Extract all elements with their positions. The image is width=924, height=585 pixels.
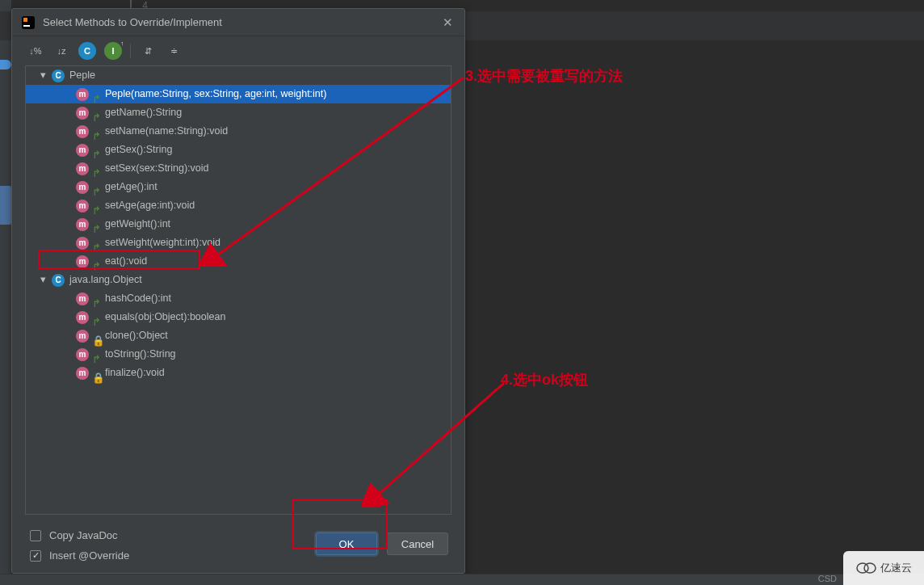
tree-method-row[interactable]: m↱setSex(sex:String):void — [26, 159, 451, 178]
filter-class-button[interactable]: C — [78, 42, 96, 60]
override-icon: ↱ — [92, 239, 100, 247]
status-bar — [0, 574, 924, 585]
tree-method-row[interactable]: m↱getSex():String — [26, 141, 451, 159]
tree-method-row[interactable]: m↱setName(name:String):void — [26, 122, 451, 141]
svg-rect-2 — [23, 25, 30, 27]
tree-method-row[interactable]: m↱equals(obj:Object):boolean — [26, 308, 451, 326]
collapse-all-button[interactable]: ≑ — [165, 42, 183, 60]
override-icon: ↱ — [92, 183, 100, 191]
ok-button[interactable]: OK — [316, 532, 377, 555]
intellij-icon — [22, 16, 35, 29]
annotation-4: 4.选中ok按钮 — [501, 370, 588, 389]
tree-class-row[interactable]: ▾Cjava.lang.Object — [26, 271, 451, 289]
override-icon: ↱ — [92, 221, 100, 229]
watermark: 亿速云 — [843, 551, 924, 585]
dialog-titlebar: Select Methods to Override/Implement ✕ — [12, 9, 464, 36]
tree-method-row[interactable]: m↱setAge(age:int):void — [26, 196, 451, 215]
sort-visibility-button[interactable]: ↓z — [52, 42, 70, 60]
lock-icon: 🔒 — [92, 369, 100, 377]
override-icon: ↱ — [92, 165, 100, 173]
close-icon[interactable]: ✕ — [440, 15, 455, 30]
status-right-text: CSD — [818, 574, 837, 583]
override-icon: ↱ — [92, 258, 100, 266]
side-tab[interactable] — [0, 186, 11, 225]
dialog-title: Select Methods to Override/Implement — [43, 16, 440, 28]
gutter-marker — [0, 60, 11, 69]
tree-method-row[interactable]: m↱eat():void — [26, 252, 451, 271]
filter-interface-button[interactable]: I — [104, 42, 122, 60]
tree-method-row[interactable]: m↱getWeight():int — [26, 215, 451, 234]
tree-method-row[interactable]: m↱getName():String — [26, 103, 451, 122]
tree-method-row[interactable]: m🔒finalize():void — [26, 364, 451, 382]
insert-override-label: Insert @Override — [49, 549, 129, 562]
override-icon: ↱ — [92, 202, 100, 210]
annotation-3: 3.选中需要被重写的方法 — [465, 66, 623, 86]
tree-method-row[interactable]: m↱Peple(name:String, sex:String, age:int… — [26, 85, 451, 103]
override-icon: ↱ — [92, 295, 100, 303]
override-icon: ↱ — [92, 128, 100, 136]
sort-alpha-button[interactable]: ↓% — [27, 42, 44, 60]
override-icon: ↱ — [92, 109, 100, 117]
dialog-toolbar: ↓% ↓z C I ⇵ ≑ — [12, 36, 464, 65]
copy-javadoc-label: Copy JavaDoc — [49, 529, 118, 541]
methods-tree[interactable]: ▾CPeplem↱Peple(name:String, sex:String, … — [25, 65, 452, 515]
override-icon: ↱ — [92, 314, 100, 322]
tree-method-row[interactable]: m↱getAge():int — [26, 178, 451, 196]
tree-method-row[interactable]: m↱hashCode():int — [26, 289, 451, 308]
svg-rect-1 — [23, 18, 27, 22]
lock-icon: 🔒 — [92, 332, 100, 340]
tree-class-row[interactable]: ▾CPeple — [26, 66, 451, 85]
expand-all-button[interactable]: ⇵ — [139, 42, 157, 60]
override-icon: ↱ — [92, 90, 100, 99]
override-methods-dialog: Select Methods to Override/Implement ✕ ↓… — [11, 8, 465, 574]
svg-point-6 — [864, 563, 876, 573]
override-icon: ↱ — [92, 351, 100, 359]
tree-method-row[interactable]: m↱setWeight(weight:int):void — [26, 234, 451, 252]
tree-method-row[interactable]: m🔒clone():Object — [26, 326, 451, 345]
tree-method-row[interactable]: m↱toString():String — [26, 345, 451, 364]
cancel-button[interactable]: Cancel — [387, 532, 448, 555]
override-icon: ↱ — [92, 146, 100, 154]
